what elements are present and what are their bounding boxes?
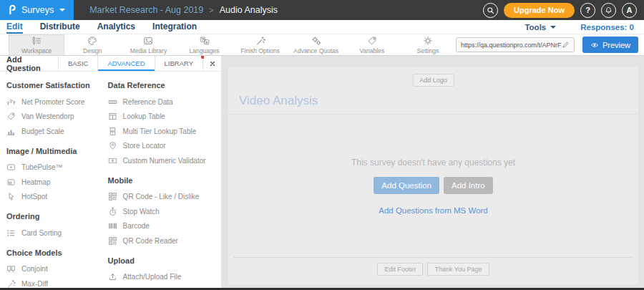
nps-icon: [6, 97, 16, 107]
nav-tab-analytics[interactable]: Analytics: [97, 20, 135, 34]
add-intro-button[interactable]: Add Intro: [444, 177, 493, 194]
map-pin-icon: [108, 141, 117, 150]
reference-data-icon: [108, 97, 117, 107]
preview-button[interactable]: Preview: [582, 37, 638, 53]
nav-tab-distribute[interactable]: Distribute: [40, 20, 80, 34]
toolbar-item-finish-options[interactable]: Finish Options: [233, 34, 288, 55]
question-type-custom-numeric-validator[interactable]: Custom Numeric Validator: [108, 153, 221, 168]
toolbar-item-workspace[interactable]: Workspace: [9, 34, 64, 55]
nav-tab-edit[interactable]: Edit: [6, 20, 23, 34]
stacked-tables-icon: [108, 127, 117, 136]
search-icon: [487, 6, 494, 14]
section-header: Upload: [108, 256, 221, 265]
close-panel-button[interactable]: [203, 56, 221, 71]
tools-menu[interactable]: Tools: [525, 23, 556, 32]
section-upload: Upload Attach/Upload File Signature: [108, 256, 221, 289]
upgrade-button[interactable]: Upgrade Now: [504, 3, 575, 18]
product-name: Surveys: [21, 5, 54, 15]
stopwatch-icon: [108, 207, 117, 216]
survey-url-input[interactable]: [461, 42, 562, 49]
question-type-stop-watch[interactable]: Stop Watch: [108, 204, 221, 219]
section-header: Choice Models: [6, 248, 104, 257]
toolbar-item-variables[interactable]: Variables: [344, 34, 400, 55]
image-icon: [143, 36, 153, 46]
toolbar-item-design[interactable]: Design: [64, 34, 120, 55]
topbar-actions: Upgrade Now ? A: [483, 3, 644, 18]
survey-title[interactable]: Video Analysis: [239, 94, 318, 108]
close-icon: [210, 61, 215, 67]
avatar[interactable]: A: [622, 3, 637, 18]
question-type-card-sorting[interactable]: Card Sorting: [6, 226, 104, 241]
survey-card: Add Logo Video Analysis This survey does…: [228, 66, 639, 285]
question-type-store-locator[interactable]: Store Locator: [108, 139, 221, 154]
add-from-ms-word-link[interactable]: Add Questions from MS Word: [379, 206, 488, 215]
tab-library[interactable]: LIBRARY: [155, 56, 203, 71]
add-question-panel: Add Question BASIC ADVANCED LIBRARY Cust…: [0, 56, 222, 288]
tab-basic[interactable]: BASIC: [58, 56, 98, 71]
breadcrumb: Market Research - Aug 2019 > Audio Analy…: [89, 5, 278, 15]
toolbar-item-advance-quotas[interactable]: Advance Quotas: [288, 34, 344, 55]
edit-footer-button[interactable]: Edit Footer: [377, 263, 423, 276]
qr-code-icon: [108, 192, 117, 201]
toolbar-item-languages[interactable]: Languages: [176, 34, 232, 55]
question-type-lookup-table[interactable]: Lookup Table: [108, 110, 221, 125]
question-type-column-2: Data Reference Reference Data Lookup Tab…: [108, 77, 221, 288]
caret-down-icon: [59, 9, 65, 11]
table-icon: [108, 112, 117, 121]
question-type-tubepulse[interactable]: TubePulse™: [6, 160, 104, 175]
product-switcher[interactable]: Surveys: [0, 0, 74, 20]
thank-you-page-button[interactable]: Thank You Page: [427, 263, 489, 276]
footer-divider: [234, 257, 633, 258]
palette-icon: [87, 36, 97, 46]
add-logo-button[interactable]: Add Logo: [412, 74, 454, 87]
tab-advanced[interactable]: ADVANCED: [97, 56, 154, 71]
question-type-attach-upload-file[interactable]: Attach/Upload File: [108, 270, 221, 285]
questionpro-logo-icon: [7, 4, 17, 16]
section-header: Image / Multimedia: [6, 147, 104, 155]
question-type-max-diff[interactable]: Max-Diff: [6, 276, 104, 288]
section-header: Customer Satisfaction: [6, 81, 104, 90]
question-type-budget-scale[interactable]: Budget Scale: [6, 124, 104, 139]
add-question-panel-header: Add Question BASIC ADVANCED LIBRARY: [0, 56, 221, 72]
toolbar-right-cluster: Preview: [456, 34, 644, 55]
section-header: Data Reference: [108, 81, 221, 90]
tools-label: Tools: [525, 23, 546, 32]
workspace-icon: [31, 36, 42, 46]
question-type-reference-data[interactable]: Reference Data: [108, 95, 221, 110]
help-button[interactable]: ?: [580, 3, 595, 18]
question-type-heatmap[interactable]: Heatmap: [6, 175, 104, 190]
toolbar-item-media-library[interactable]: Media Library: [120, 34, 176, 55]
edit-url-pencil-icon[interactable]: [562, 41, 570, 49]
question-type-qr-code-reader[interactable]: QR Code Reader: [108, 233, 221, 248]
add-question-button[interactable]: Add Question: [374, 177, 439, 194]
breadcrumb-folder[interactable]: Market Research - Aug 2019: [89, 5, 203, 15]
question-type-multi-tier-lookup-table[interactable]: Multi Tier Lookup Table: [108, 124, 221, 139]
question-type-hotspot[interactable]: HotSpot: [6, 190, 104, 205]
footer-actions: Edit Footer Thank You Page: [228, 263, 638, 276]
toolbar-item-settings[interactable]: Settings: [400, 34, 456, 55]
question-type-net-promoter-score[interactable]: Net Promoter Score: [6, 95, 104, 110]
nav-tab-integration[interactable]: Integration: [152, 20, 197, 34]
section-choice-models: Choice Models Conjoint Max-Diff: [6, 248, 104, 289]
empty-state-message: This survey doesn't have any questions y…: [228, 158, 638, 168]
section-data-reference: Data Reference Reference Data Lookup Tab…: [108, 81, 221, 168]
question-type-barcode[interactable]: Barcode: [108, 219, 221, 234]
cursor-icon: [6, 192, 16, 201]
gears-icon: [311, 36, 321, 46]
empty-state: This survey doesn't have any questions y…: [228, 158, 638, 216]
survey-builder-page: Surveys Market Research - Aug 2019 > Aud…: [0, 0, 644, 290]
question-type-qr-code-like-dislike[interactable]: QR Code - Like / Dislike: [108, 190, 221, 205]
editor-toolbar: Workspace Design Media Library Languages…: [0, 34, 644, 56]
search-button[interactable]: [483, 3, 498, 18]
notifications-button[interactable]: [601, 3, 616, 18]
section-customer-satisfaction: Customer Satisfaction Net Promoter Score…: [6, 81, 104, 139]
tag-icon: [367, 36, 377, 46]
responses-count[interactable]: Responses: 0: [580, 23, 634, 32]
wand-icon: [6, 279, 16, 288]
survey-url-box: [456, 37, 575, 52]
survey-canvas-area: Add Logo Video Analysis This survey does…: [222, 56, 644, 288]
question-type-conjoint[interactable]: Conjoint: [6, 262, 104, 277]
breadcrumb-current: Audio Analysis: [220, 5, 278, 15]
video-icon: [6, 163, 16, 172]
question-type-van-westendorp[interactable]: Van Westendorp: [6, 110, 104, 125]
